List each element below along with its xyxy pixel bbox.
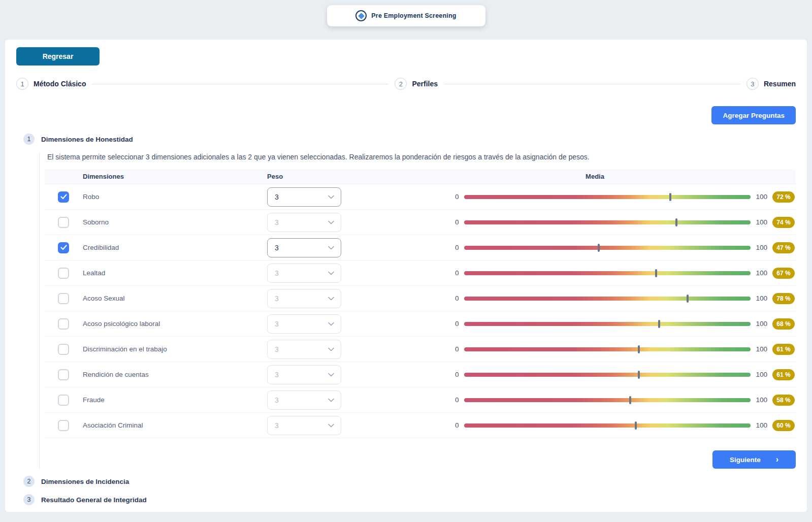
media-gradient-bar xyxy=(464,398,751,402)
dimension-checkbox[interactable] xyxy=(58,268,69,279)
media-gradient-bar xyxy=(464,423,751,428)
dimension-checkbox[interactable] xyxy=(58,395,69,406)
step-number: 1 xyxy=(16,78,28,90)
scale-min-label: 0 xyxy=(455,396,459,404)
weight-select-value: 3 xyxy=(275,193,279,201)
column-header-media: Media xyxy=(455,173,796,180)
chevron-down-icon xyxy=(328,297,334,301)
weight-select-value: 3 xyxy=(275,269,279,277)
table-row: Acoso psicológico laboral 3 0 100 68 % xyxy=(45,311,796,337)
main-card: Regresar 1 Método Clásico 2 Perfiles 3 R… xyxy=(5,40,807,512)
chevron-down-icon xyxy=(328,322,334,326)
stepper-divider xyxy=(92,84,388,84)
media-marker xyxy=(598,244,600,252)
dimension-label: Fraude xyxy=(83,396,105,404)
dimension-checkbox[interactable] xyxy=(58,242,69,253)
media-marker xyxy=(638,345,640,353)
scale-max-label: 100 xyxy=(756,244,767,251)
dimension-label: Lealtad xyxy=(83,269,105,277)
column-header-peso: Peso xyxy=(267,173,455,180)
media-badge: 61 % xyxy=(772,369,795,380)
dimension-label: Discriminación en el trabajo xyxy=(83,345,167,353)
scale-min-label: 0 xyxy=(455,193,459,201)
dimension-label: Acoso Sexual xyxy=(83,295,125,302)
section-header-incidencia[interactable]: 2 Dimensiones de Incidencia xyxy=(23,476,796,487)
media-badge: 47 % xyxy=(772,242,795,253)
table-row: Discriminación en el trabajo 3 0 100 61 … xyxy=(45,337,796,362)
table-row: Rendición de cuentas 3 0 100 61 % xyxy=(45,362,796,387)
media-badge: 61 % xyxy=(772,344,795,355)
scale-max-label: 100 xyxy=(756,421,767,429)
table-row: Lealtad 3 0 100 67 % xyxy=(45,260,796,286)
dimension-checkbox[interactable] xyxy=(58,293,69,304)
section-header-resultado[interactable]: 3 Resultado General de Integridad xyxy=(23,494,796,505)
add-questions-button[interactable]: Agregar Preguntas xyxy=(711,106,796,124)
scale-max-label: 100 xyxy=(756,269,767,277)
media-gradient-bar xyxy=(464,297,751,301)
next-button-label: Siguiente xyxy=(730,456,761,464)
step-number: 2 xyxy=(395,78,407,90)
chevron-down-icon xyxy=(328,271,334,275)
dimensions-table: Dimensiones Peso Media Robo 3 xyxy=(45,169,796,438)
weight-select[interactable]: 3 xyxy=(267,390,341,410)
weight-select-value: 3 xyxy=(275,295,279,303)
weight-select-value: 3 xyxy=(275,218,279,226)
next-button[interactable]: Siguiente › xyxy=(712,450,796,469)
weight-select[interactable]: 3 xyxy=(267,264,341,283)
scale-max-label: 100 xyxy=(756,295,767,302)
dimension-checkbox[interactable] xyxy=(58,369,69,380)
weight-select[interactable]: 3 xyxy=(267,187,341,207)
scale-min-label: 0 xyxy=(455,269,459,277)
section-number: 3 xyxy=(23,494,35,505)
stepper-step-resumen[interactable]: 3 Resumen xyxy=(746,78,796,90)
media-gradient-bar xyxy=(464,322,751,326)
weight-select[interactable]: 3 xyxy=(267,340,341,359)
table-row: Asociación Criminal 3 0 100 60 % xyxy=(45,413,796,438)
media-marker xyxy=(687,295,689,303)
weight-select[interactable]: 3 xyxy=(267,314,341,334)
chevron-down-icon xyxy=(328,398,334,402)
section-header-honestidad: 1 Dimensiones de Honestidad xyxy=(23,134,796,145)
dimension-checkbox[interactable] xyxy=(58,344,69,355)
back-button[interactable]: Regresar xyxy=(16,47,100,66)
media-badge: 67 % xyxy=(772,268,795,279)
scale-max-label: 100 xyxy=(756,320,767,328)
table-row: Acoso Sexual 3 0 100 78 % xyxy=(45,286,796,311)
chevron-down-icon xyxy=(328,246,334,250)
media-badge: 58 % xyxy=(772,395,795,406)
scale-max-label: 100 xyxy=(756,345,767,353)
media-badge: 74 % xyxy=(772,217,795,228)
media-gradient-bar xyxy=(464,347,751,351)
chevron-down-icon xyxy=(328,195,334,199)
media-marker xyxy=(635,421,637,430)
dimension-checkbox[interactable] xyxy=(58,191,69,203)
weight-select-value: 3 xyxy=(275,396,279,404)
scale-min-label: 0 xyxy=(455,371,459,378)
dimension-label: Soborno xyxy=(83,218,109,226)
weight-select[interactable]: 3 xyxy=(267,416,341,435)
weight-select[interactable]: 3 xyxy=(267,213,341,232)
scale-max-label: 100 xyxy=(756,218,767,226)
stepper-step-metodo-clasico[interactable]: 1 Método Clásico xyxy=(16,78,86,90)
weight-select[interactable]: 3 xyxy=(267,238,341,257)
dimension-checkbox[interactable] xyxy=(58,420,69,431)
stepper-step-perfiles[interactable]: 2 Perfiles xyxy=(395,78,438,90)
media-badge: 68 % xyxy=(772,318,795,330)
dimension-label: Robo xyxy=(83,193,99,201)
weight-select-value: 3 xyxy=(275,371,279,379)
chevron-right-icon: › xyxy=(776,455,778,464)
column-header-dimensiones: Dimensiones xyxy=(83,173,267,180)
dimension-checkbox[interactable] xyxy=(58,318,69,330)
top-banner: Pre Employment Screening xyxy=(0,0,812,40)
dimension-checkbox[interactable] xyxy=(58,217,69,228)
scale-min-label: 0 xyxy=(455,320,459,328)
section-title: Dimensiones de Incidencia xyxy=(41,478,129,485)
weight-select-value: 3 xyxy=(275,421,279,430)
scale-max-label: 100 xyxy=(756,396,767,404)
scale-max-label: 100 xyxy=(756,371,767,378)
step-label: Perfiles xyxy=(412,80,438,88)
scale-min-label: 0 xyxy=(455,295,459,302)
chevron-down-icon xyxy=(328,423,334,428)
weight-select[interactable]: 3 xyxy=(267,365,341,384)
weight-select[interactable]: 3 xyxy=(267,289,341,308)
